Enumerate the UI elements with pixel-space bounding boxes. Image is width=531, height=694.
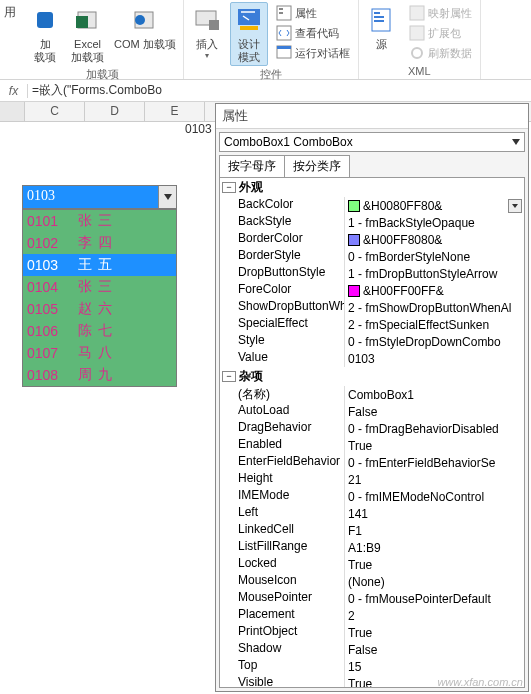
com-addin-icon [129,4,161,36]
refresh-data-button: 刷新数据 [407,44,474,62]
property-row[interactable]: PrintObjectTrue [220,624,524,641]
chevron-down-icon [164,194,172,200]
combobox-input[interactable]: 0103 [22,185,177,209]
property-row[interactable]: Placement2 [220,607,524,624]
com-addins-button[interactable]: COM 加载项 [111,2,179,53]
svg-rect-10 [279,8,283,10]
property-row[interactable]: LockedTrue [220,556,524,573]
property-row[interactable]: ShadowFalse [220,641,524,658]
property-row[interactable]: SpecialEffect2 - fmSpecialEffectSunken [220,316,524,333]
property-row[interactable]: ForeColor&H00FF00FF& [220,282,524,299]
svg-rect-8 [240,26,258,30]
object-selector[interactable]: ComboBox1 ComboBox [219,132,525,152]
svg-rect-6 [209,20,219,30]
property-row[interactable]: BorderStyle0 - fmBorderStyleNone [220,248,524,265]
chevron-down-icon [512,139,520,145]
property-row[interactable]: BackStyle1 - fmBackStyleOpaque [220,214,524,231]
combobox-list-item[interactable]: 0107马八 [23,342,176,364]
design-mode-icon [233,4,265,36]
svg-rect-19 [410,6,424,20]
combobox-text[interactable]: 0103 [23,186,158,208]
property-category[interactable]: −外观 [220,178,524,197]
svg-rect-11 [279,12,283,14]
property-row[interactable]: AutoLoadFalse [220,403,524,420]
property-row[interactable]: BorderColor&H00FF8080& [220,231,524,248]
chevron-down-icon[interactable] [508,199,522,213]
xml-small-buttons: 映射属性 扩展包 刷新数据 [405,2,476,62]
svg-rect-20 [410,26,424,40]
combobox-drop-button[interactable] [158,186,176,208]
property-row[interactable]: EnterFieldBehavior0 - fmEnterFieldBehavi… [220,454,524,471]
svg-rect-18 [374,20,384,22]
property-row[interactable]: MouseIcon(None) [220,573,524,590]
svg-point-4 [135,15,145,25]
addins-button[interactable]: 加 载项 [26,2,64,66]
property-row[interactable]: DragBehavior0 - fmDragBehaviorDisabled [220,420,524,437]
property-row[interactable]: Style0 - fmStyleDropDownCombo [220,333,524,350]
map-props-button: 映射属性 [407,4,474,22]
col-header[interactable]: D [85,102,145,121]
tab-alphabetical[interactable]: 按字母序 [219,155,285,177]
source-button[interactable]: 源 [363,2,401,53]
tab-categorized[interactable]: 按分类序 [284,155,350,177]
combobox-list-item[interactable]: 0102李四 [23,232,176,254]
controls-small-buttons: 属性 查看代码 运行对话框 [272,2,354,62]
fx-label[interactable]: fx [0,84,28,98]
combobox-list-item[interactable]: 0105赵六 [23,298,176,320]
property-row[interactable]: LinkedCellF1 [220,522,524,539]
code-icon [276,25,292,41]
property-row[interactable]: IMEMode0 - fmIMEModeNoControl [220,488,524,505]
combobox-list[interactable]: 0101张三0102李四0103王五0104张三0105赵六0106陈七0107… [22,209,177,387]
combobox-list-item[interactable]: 0101张三 [23,210,176,232]
collapse-icon[interactable]: − [222,182,236,193]
map-icon [409,5,425,21]
pack-icon [409,25,425,41]
collapse-icon[interactable]: − [222,371,236,382]
svg-rect-0 [37,12,53,28]
property-row[interactable]: Height21 [220,471,524,488]
svg-point-21 [412,48,422,58]
view-code-button[interactable]: 查看代码 [274,24,352,42]
properties-button[interactable]: 属性 [274,4,352,22]
property-row[interactable]: Left141 [220,505,524,522]
property-grid[interactable]: −外观BackColor&H0080FF80&BackStyle1 - fmBa… [219,177,525,688]
svg-rect-14 [277,46,291,49]
refresh-icon [409,45,425,61]
combobox-list-item[interactable]: 0104张三 [23,276,176,298]
group-label: XML [408,64,431,79]
property-row[interactable]: MousePointer0 - fmMousePointerDefault [220,590,524,607]
watermark: www.xfan.com.cn [437,676,523,688]
property-row[interactable]: Value0103 [220,350,524,367]
ribbon-group-xml: 源 映射属性 扩展包 刷新数据 XML [359,0,481,79]
property-row[interactable]: EnabledTrue [220,437,524,454]
combobox-list-item[interactable]: 0106陈七 [23,320,176,342]
combobox-control[interactable]: 0103 0101张三0102李四0103王五0104张三0105赵六0106陈… [22,185,177,387]
property-row[interactable]: BackColor&H0080FF80& [220,197,524,214]
insert-button[interactable]: 插入 ▾ [188,2,226,62]
dialog-icon [276,45,292,61]
tab-label[interactable]: 用 [4,4,16,21]
ribbon-group-controls: 插入 ▾ 设计 模式 属性 查看代码 运行对话框 控件 [184,0,359,79]
addin-icon [29,4,61,36]
col-header[interactable]: C [25,102,85,121]
combobox-list-item[interactable]: 0108周九 [23,364,176,386]
color-swatch [348,285,360,297]
property-row[interactable]: ShowDropButtonWhen2 - fmShowDropButtonWh… [220,299,524,316]
combobox-list-item[interactable]: 0103王五 [23,254,176,276]
property-row[interactable]: (名称)ComboBox1 [220,386,524,403]
formula-value[interactable]: =嵌入("Forms.ComboBo [28,82,531,99]
color-swatch [348,234,360,246]
property-category[interactable]: −杂项 [220,367,524,386]
property-row[interactable]: Top15 [220,658,524,675]
expansion-packs-button: 扩展包 [407,24,474,42]
excel-addins-button[interactable]: Excel 加载项 [68,2,107,66]
formula-bar: fx =嵌入("Forms.ComboBo [0,80,531,102]
select-all-corner[interactable] [0,102,25,121]
property-row[interactable]: DropButtonStyle1 - fmDropButtonStyleArro… [220,265,524,282]
svg-rect-2 [76,16,88,28]
col-header[interactable]: E [145,102,205,121]
run-dialog-button[interactable]: 运行对话框 [274,44,352,62]
svg-rect-17 [374,16,384,18]
design-mode-button[interactable]: 设计 模式 [230,2,268,66]
property-row[interactable]: ListFillRangeA1:B9 [220,539,524,556]
